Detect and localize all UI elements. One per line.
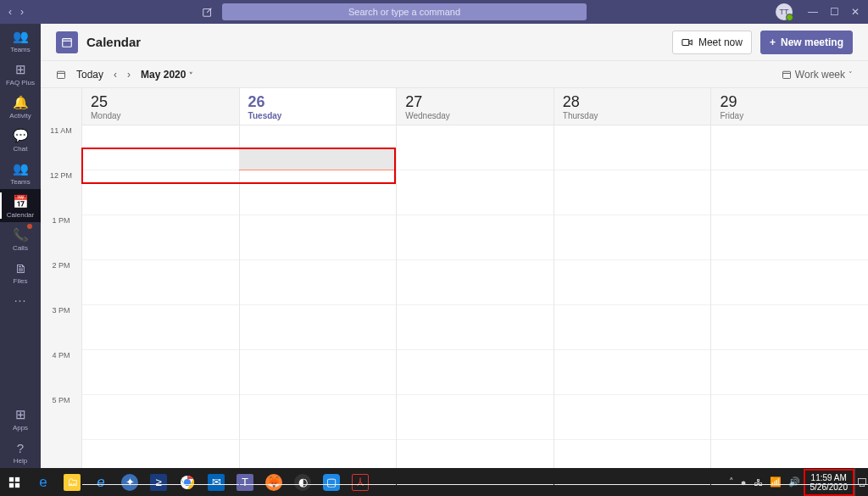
hour-cell[interactable] xyxy=(554,485,711,496)
rail-item-calls[interactable]: 📞Calls xyxy=(0,222,41,255)
rail-item-apps[interactable]: ⊞Apps xyxy=(0,402,41,435)
hour-cell[interactable] xyxy=(397,350,554,395)
hour-cell[interactable] xyxy=(554,440,711,485)
hour-cell[interactable] xyxy=(240,350,397,395)
hour-cell[interactable] xyxy=(397,305,554,350)
taskbar-edge[interactable]: e xyxy=(29,468,58,496)
files-icon: 🗎 xyxy=(13,260,28,276)
rail-item-faqplus[interactable]: ⊞FAQ Plus xyxy=(0,57,41,90)
day-column[interactable]: 28Thursday xyxy=(554,88,711,468)
video-icon xyxy=(682,37,693,47)
titlebar: ‹ › Search or type a command TT — ☐ ✕ xyxy=(0,0,868,24)
hour-cell[interactable] xyxy=(711,350,868,395)
chevron-down-icon: ˅ xyxy=(849,70,853,79)
hour-cell[interactable] xyxy=(711,260,868,305)
new-meeting-label: New meeting xyxy=(781,36,843,48)
hour-cell[interactable] xyxy=(397,170,554,215)
hour-cell[interactable] xyxy=(711,485,868,496)
rail-more-button[interactable]: ··· xyxy=(14,288,27,312)
rail-item-teams-top[interactable]: 👥Teams xyxy=(0,24,41,57)
hour-cell[interactable] xyxy=(711,305,868,350)
day-column[interactable]: 27Wednesday xyxy=(396,88,554,468)
day-number: 27 xyxy=(405,93,545,111)
compose-icon[interactable] xyxy=(202,6,214,18)
hour-cell[interactable] xyxy=(240,215,397,260)
hour-cell[interactable] xyxy=(240,305,397,350)
day-column[interactable]: 26Tuesday xyxy=(239,88,397,468)
rail-label: Chat xyxy=(14,145,28,153)
start-button[interactable] xyxy=(0,468,29,496)
selected-slot xyxy=(239,148,397,170)
faqplus-icon: ⊞ xyxy=(13,62,28,77)
view-picker[interactable]: Work week ˅ xyxy=(782,69,853,81)
hour-cell[interactable] xyxy=(82,440,239,485)
forward-button[interactable]: › xyxy=(20,6,24,18)
day-number: 29 xyxy=(720,93,860,111)
hour-cell[interactable] xyxy=(711,125,868,170)
hour-cell[interactable] xyxy=(554,125,711,170)
day-column[interactable]: 29Friday xyxy=(710,88,868,468)
rail-item-files[interactable]: 🗎Files xyxy=(0,255,41,288)
hour-cell[interactable] xyxy=(82,485,239,496)
day-header: 25Monday xyxy=(82,88,239,125)
day-name: Wednesday xyxy=(405,111,545,120)
minimize-button[interactable]: — xyxy=(808,6,818,18)
rail-item-teams[interactable]: 👥Teams xyxy=(0,156,41,189)
maximize-button[interactable]: ☐ xyxy=(830,6,839,18)
hour-cell[interactable] xyxy=(711,215,868,260)
day-header: 27Wednesday xyxy=(397,88,554,125)
hour-cell[interactable] xyxy=(554,305,711,350)
day-number: 28 xyxy=(563,93,703,111)
hour-cell[interactable] xyxy=(82,125,239,170)
hour-cell[interactable] xyxy=(240,260,397,305)
hour-cell[interactable] xyxy=(240,170,397,215)
hour-cell[interactable] xyxy=(82,350,239,395)
svg-rect-1 xyxy=(63,38,72,47)
time-label: 11 AM xyxy=(41,125,81,170)
day-column[interactable]: 25Monday xyxy=(81,88,239,468)
hour-cell[interactable] xyxy=(397,215,554,260)
rail-label: Calendar xyxy=(7,211,34,219)
hour-cell[interactable] xyxy=(397,440,554,485)
month-label: May 2020 xyxy=(141,69,186,81)
hour-cell[interactable] xyxy=(397,125,554,170)
hour-cell[interactable] xyxy=(82,260,239,305)
hour-cell[interactable] xyxy=(554,170,711,215)
calendar-grid[interactable]: 25Monday26Tuesday27Wednesday28Thursday29… xyxy=(81,88,868,468)
hour-cell[interactable] xyxy=(554,395,711,440)
hour-cell[interactable] xyxy=(82,305,239,350)
back-button[interactable]: ‹ xyxy=(8,6,12,18)
hour-cell[interactable] xyxy=(82,170,239,215)
avatar[interactable]: TT xyxy=(776,3,793,20)
hour-cell[interactable] xyxy=(82,215,239,260)
today-button[interactable]: Today xyxy=(76,69,103,81)
rail-item-help[interactable]: ?Help xyxy=(0,435,41,468)
day-header: 26Tuesday xyxy=(240,88,397,125)
hour-cell[interactable] xyxy=(554,350,711,395)
rail-item-chat[interactable]: 💬Chat xyxy=(0,123,41,156)
hour-cell[interactable] xyxy=(711,440,868,485)
hour-cell[interactable] xyxy=(240,440,397,485)
hour-cell[interactable] xyxy=(397,395,554,440)
rail-item-activity[interactable]: 🔔Activity xyxy=(0,90,41,123)
rail-label: Files xyxy=(14,277,28,285)
new-meeting-button[interactable]: + New meeting xyxy=(760,31,853,54)
hour-cell[interactable] xyxy=(397,260,554,305)
hour-cell[interactable] xyxy=(711,170,868,215)
date-icon xyxy=(56,70,66,80)
hour-cell[interactable] xyxy=(397,485,554,496)
meet-now-button[interactable]: Meet now xyxy=(672,31,752,54)
month-picker[interactable]: May 2020 ˅ xyxy=(141,69,193,81)
prev-button[interactable]: ‹ xyxy=(114,69,117,81)
next-button[interactable]: › xyxy=(127,69,131,81)
hour-cell[interactable] xyxy=(240,485,397,496)
hour-cell[interactable] xyxy=(554,260,711,305)
close-button[interactable]: ✕ xyxy=(851,6,860,18)
hour-cell[interactable] xyxy=(240,395,397,440)
hour-cell[interactable] xyxy=(711,395,868,440)
rail-item-calendar[interactable]: 📅Calendar xyxy=(0,189,41,222)
hour-cell[interactable] xyxy=(82,395,239,440)
hour-cell[interactable] xyxy=(554,215,711,260)
search-input[interactable]: Search or type a command xyxy=(222,3,587,20)
day-header: 28Thursday xyxy=(554,88,711,125)
